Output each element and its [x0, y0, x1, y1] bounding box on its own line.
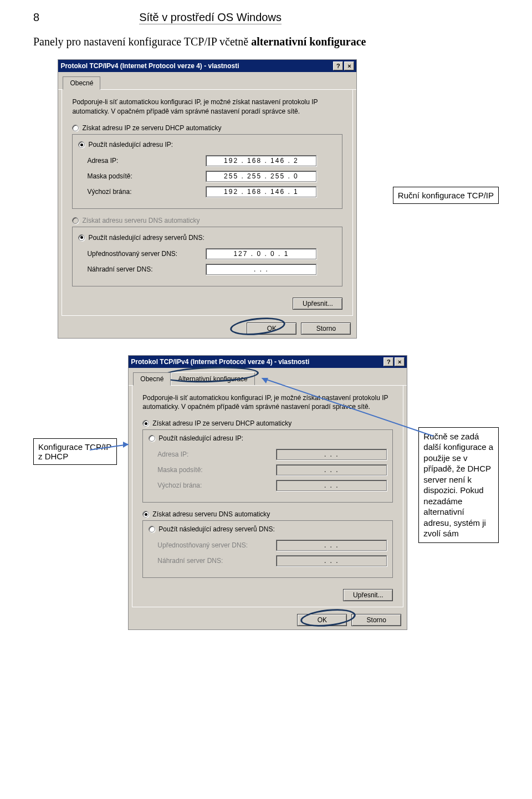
radio-icon [78, 234, 85, 241]
radio-icon [142, 420, 149, 427]
label-mask: Maska podsítě: [78, 172, 206, 180]
label-ip: Adresa IP: [149, 450, 276, 458]
radio-ip-manual-label: Použít následující adresu IP: [158, 434, 243, 442]
radio-ip-manual[interactable]: Použít následující adresu IP: [78, 141, 176, 148]
radio-dns-manual-label: Použít následující adresy serverů DNS: [158, 525, 274, 533]
cancel-button[interactable]: Storno [301, 322, 351, 335]
input-dns2: . . . [276, 555, 387, 566]
input-dns1[interactable]: 127 . 0 . 0 . 1 [206, 248, 316, 259]
input-dns1: . . . [276, 540, 387, 551]
radio-dns-manual[interactable]: Použít následující adresy serverů DNS: [78, 234, 207, 242]
intro-prefix: Panely pro nastavení konfigurace TCP/IP … [33, 35, 251, 48]
advanced-button[interactable]: Upřesnit... [343, 589, 393, 601]
radio-dns-auto-label: Získat adresu serveru DNS automaticky [152, 510, 270, 518]
callout-dhcp: Konfigurace TCP/IP z DHCP [33, 438, 117, 465]
tab-general[interactable]: Obecné [63, 76, 100, 90]
input-mask[interactable]: 255 . 255 . 255 . 0 [206, 171, 316, 182]
radio-icon [78, 141, 85, 148]
radio-icon [149, 435, 155, 442]
radio-ip-manual-label: Použít následující adresu IP: [88, 141, 173, 148]
callout-alt: Ručně se zadá další konfigurace a použij… [418, 427, 499, 543]
callout-manual: Ruční konfigurace TCP/IP [393, 187, 499, 204]
label-dns1: Upřednostňovaný server DNS: [78, 250, 206, 258]
advanced-button[interactable]: Upřesnit... [293, 298, 342, 310]
radio-dns-manual[interactable]: Použít následující adresy serverů DNS: [149, 525, 278, 533]
label-gateway: Výchozí brána: [149, 482, 276, 489]
input-ip: . . . [276, 449, 387, 460]
ip-group: Použít následující adresu IP: Adresa IP:… [72, 134, 342, 209]
dialog-description: Podporuje-li síť automatickou konfigurac… [72, 98, 342, 116]
dialog-buttons: OK Storno [58, 319, 356, 338]
input-dns2[interactable]: . . . [206, 264, 316, 275]
window-title: Protokol TCP/IPv4 (Internet Protocol ver… [131, 358, 382, 366]
radio-dns-auto[interactable]: Získat adresu serveru DNS automaticky [142, 510, 393, 518]
intro-text: Panely pro nastavení konfigurace TCP/IP … [33, 35, 499, 48]
input-gateway[interactable]: 192 . 168 . 146 . 1 [206, 186, 316, 197]
radio-ip-auto-label: Získat adresu IP ze serveru DHCP automat… [152, 419, 291, 427]
titlebar[interactable]: Protokol TCP/IPv4 (Internet Protocol ver… [129, 356, 407, 368]
dialog-buttons: OK Storno [129, 611, 407, 629]
tcpip-dialog-2: Protokol TCP/IPv4 (Internet Protocol ver… [128, 355, 407, 631]
intro-bold: alternativní konfigurace [251, 35, 366, 48]
page-header: Sítě v prostředí OS Windows [139, 11, 282, 24]
tabstrip: Obecné Alternativní konfigurace [129, 368, 407, 386]
dns-group: Použít následující adresy serverů DNS: U… [142, 520, 393, 578]
help-button[interactable]: ? [333, 62, 343, 70]
radio-ip-auto-label: Získat adresu IP ze serveru DHCP automat… [82, 124, 221, 132]
radio-ip-auto[interactable]: Získat adresu IP ze serveru DHCP automat… [72, 124, 342, 132]
radio-ip-manual[interactable]: Použít následující adresu IP: [149, 434, 247, 442]
tabstrip: Obecné [58, 72, 356, 90]
help-button[interactable]: ? [383, 357, 393, 366]
page-number: 8 [33, 11, 39, 24]
titlebar[interactable]: Protokol TCP/IPv4 (Internet Protocol ver… [58, 60, 356, 72]
label-dns2: Náhradní server DNS: [149, 557, 276, 565]
radio-icon [72, 217, 79, 224]
radio-icon [142, 511, 149, 518]
svg-marker-1 [123, 442, 129, 448]
tab-general[interactable]: Obecné [133, 372, 171, 386]
label-dns1: Upřednostňovaný server DNS: [149, 541, 276, 549]
input-gateway: . . . [276, 480, 387, 491]
dialog-description: Podporuje-li síť automatickou konfigurac… [142, 393, 393, 412]
radio-icon [149, 526, 155, 532]
cancel-button[interactable]: Storno [351, 614, 401, 626]
label-gateway: Výchozí brána: [78, 188, 206, 196]
radio-icon [72, 125, 79, 131]
label-dns2: Náhradní server DNS: [78, 265, 206, 273]
label-mask: Maska podsítě: [149, 466, 276, 474]
tab-alt-config[interactable]: Alternativní konfigurace [171, 372, 254, 385]
ip-group: Použít následující adresu IP: Adresa IP:… [142, 429, 393, 503]
radio-dns-auto: Získat adresu serveru DNS automaticky [72, 217, 342, 224]
close-button[interactable]: × [344, 62, 354, 70]
dns-group: Použít následující adresy serverů DNS: U… [72, 227, 342, 286]
radio-dns-auto-label: Získat adresu serveru DNS automaticky [82, 217, 200, 224]
ok-button[interactable]: OK [297, 614, 347, 626]
label-ip: Adresa IP: [78, 157, 206, 165]
tcpip-dialog-1: Protokol TCP/IPv4 (Internet Protocol ver… [58, 59, 357, 339]
close-button[interactable]: × [395, 357, 405, 366]
window-title: Protokol TCP/IPv4 (Internet Protocol ver… [60, 62, 332, 70]
radio-ip-auto[interactable]: Získat adresu IP ze serveru DHCP automat… [142, 419, 393, 427]
input-ip[interactable]: 192 . 168 . 146 . 2 [206, 155, 316, 166]
radio-dns-manual-label: Použít následující adresy serverů DNS: [88, 234, 204, 242]
input-mask: . . . [276, 464, 387, 475]
ok-button[interactable]: OK [247, 322, 296, 335]
